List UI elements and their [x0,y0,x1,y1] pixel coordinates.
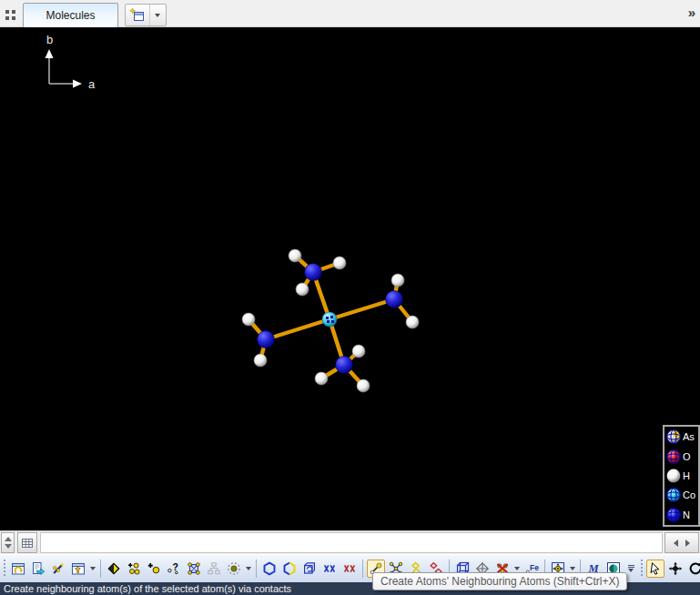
molecule-split-icon [282,561,297,576]
atom-N [336,357,353,374]
chevron-down-icon [628,569,634,572]
legend-sphere-As [665,429,682,445]
build-tool-button[interactable] [69,560,87,578]
export-data-button[interactable] [29,560,47,578]
legend-entry-H: H [665,467,698,485]
atom-H [352,345,365,358]
atom-H [296,283,309,296]
spinner-up-icon[interactable] [5,537,12,541]
legend-label-As: As [683,431,695,442]
tab-molecules-label: Molecules [46,9,95,22]
legend-sphere-N [665,507,682,523]
chevron-down-icon [514,567,520,570]
legend-label-Co: Co [683,489,695,500]
rotate-mode-icon [688,561,700,576]
structure-canvas[interactable]: ba AsOHCoN [0,27,700,530]
update-structure-button[interactable] [9,560,27,578]
molecule-split-button[interactable] [280,560,299,578]
atom-H [406,316,419,328]
atom-H [254,354,267,367]
legend-label-O: O [683,451,691,462]
application-window: Molecules » ba AsOHCoN [0,0,700,595]
update-structure-icon [11,561,25,576]
selection-mark [327,320,330,323]
atom-H [357,379,370,392]
svg-text:?: ? [172,561,178,572]
export-data-icon [31,561,46,576]
atom-Co [322,312,337,327]
toolbar-separator [362,560,363,578]
axis-indicator: ba [46,33,96,91]
tab-molecules[interactable]: Molecules [23,3,118,27]
pack-molecules-icon [302,561,317,576]
atom-H [391,274,404,287]
element-legend: AsOHCoN [663,425,700,527]
broken-bonds-red-icon [342,561,357,576]
legend-label-H: H [683,470,690,481]
atom-H [242,313,255,326]
build-tool-dropdown[interactable] [88,560,96,578]
rotate-mode-button[interactable] [686,560,700,578]
select-mode-button[interactable] [646,560,664,578]
horizontal-scrollbar[interactable] [40,532,663,553]
chevron-down-icon [155,14,160,17]
toolbar-grip[interactable] [3,560,5,578]
legend-entry-O: O [665,448,698,466]
toolbar-grip[interactable] [640,560,643,578]
legend-entry-Co: Co [665,486,698,504]
add-atom-button[interactable] [145,560,163,578]
broken-bonds-red-button[interactable] [340,560,359,578]
fill-coordination-button[interactable] [105,560,123,578]
structure-tree-button[interactable] [205,560,223,578]
chevron-down-icon [90,567,96,570]
add-atom-icon [147,561,161,576]
chevron-down-icon [246,567,251,570]
new-view-button[interactable] [125,4,167,26]
molecule-blue-icon [262,561,277,576]
scroll-arrow-buttons[interactable] [664,532,699,553]
selection-mark [331,320,334,323]
pack-molecules-button[interactable] [300,560,319,578]
tab-overflow-chevrons[interactable]: » [688,5,695,20]
build-tool-icon [71,561,86,576]
scroll-left-icon[interactable] [674,540,678,547]
add-atoms-button[interactable] [125,560,143,578]
spinner-down-icon[interactable] [5,544,12,549]
status-text: Create neighbouring atom(s) of the selec… [4,583,291,594]
legend-sphere-O [665,449,682,465]
atom-style-button[interactable] [225,560,243,578]
molecule-blue-button[interactable] [260,560,279,578]
atom-style-dropdown[interactable] [244,560,252,578]
new-window-icon [126,7,149,24]
unknown-atom-button[interactable]: ? [165,560,183,578]
table-view-button[interactable] [17,532,37,553]
scroll-right-icon[interactable] [685,540,690,547]
atom-N [305,264,322,281]
frame-spinner[interactable] [1,532,15,553]
connect-atoms-button[interactable] [185,560,203,578]
atom-style-icon [227,561,241,576]
tooltip: Create Atoms' Neighbouring Atoms (Shift+… [372,572,627,590]
tab-bar: Molecules » [0,0,700,27]
atom-N [386,291,403,308]
layout-grid-icon[interactable] [4,6,20,23]
legend-entry-N: N [665,506,698,524]
broken-bonds-blue-button[interactable] [320,560,339,578]
structure-wizard-icon [51,561,66,576]
axis-b-label: b [46,33,53,46]
unknown-atom-icon: ? [167,561,181,576]
atom-H [333,257,346,269]
axis-a-label: a [88,77,96,91]
structure-tree-icon [207,561,221,576]
fill-coordination-icon [107,561,121,576]
atom-H [315,372,328,385]
legend-label-N: N [683,509,690,520]
legend-sphere-H [665,468,682,484]
scene-svg: ba [0,27,700,530]
new-view-dropdown[interactable] [149,5,164,25]
structure-wizard-button[interactable] [49,560,67,578]
pan-mode-button[interactable] [666,560,685,578]
svg-text:Fe: Fe [530,563,539,572]
table-grid-icon [20,536,35,550]
add-atoms-icon [127,561,141,576]
